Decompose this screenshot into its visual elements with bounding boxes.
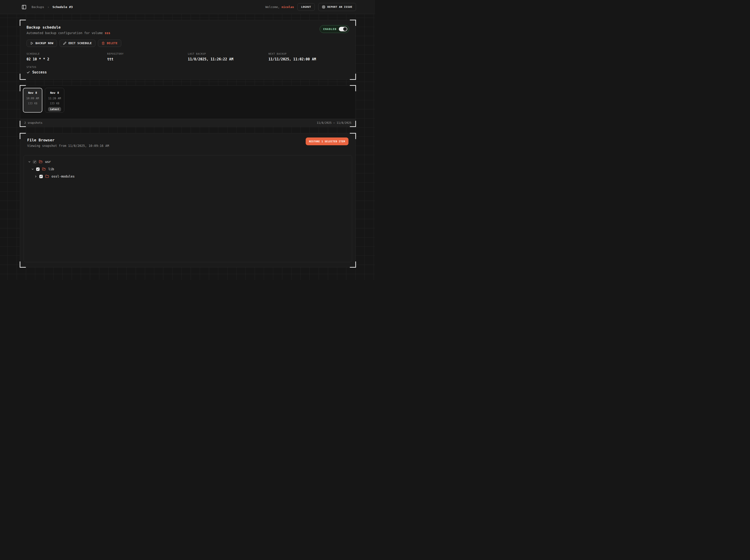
- snapshots-section: Nov 810:09 AM133 KBNov 811:26 AM133 KBLa…: [20, 85, 356, 127]
- edit-schedule-button[interactable]: EDIT SCHEDULE: [59, 40, 95, 47]
- chevron-right-icon[interactable]: [34, 175, 37, 178]
- field-label: NEXT BACKUP: [269, 53, 349, 55]
- folder-open-icon: [42, 167, 46, 171]
- file-browser-card: File Browser Viewing snapshot from 11/8/…: [20, 133, 356, 267]
- tree-item-ossl-modules[interactable]: ossl-modules: [24, 173, 352, 180]
- delete-button[interactable]: DELETE: [98, 40, 121, 47]
- app-header: Backups › Schedule #3 Welcome, nicolas L…: [0, 0, 375, 14]
- snapshot-date-range: 11/8/2025 – 11/8/2025: [317, 121, 351, 124]
- snapshot-size: 133 KB: [50, 102, 59, 105]
- tree-item-label: usr: [45, 160, 51, 164]
- logout-button-label: LOGOUT: [301, 5, 311, 8]
- file-browser-title: File Browser: [27, 138, 109, 142]
- corner-bracket: [20, 74, 26, 80]
- snapshot-date: Nov 8: [50, 91, 59, 95]
- corner-bracket: [350, 20, 356, 26]
- chevron-down-icon[interactable]: [31, 168, 34, 171]
- field-label: REPOSITORY: [107, 53, 188, 55]
- delete-label: DELETE: [107, 42, 118, 45]
- breadcrumb: Backups › Schedule #3: [32, 5, 73, 9]
- restore-selected-button[interactable]: RESTORE 1 SELECTED ITEM: [306, 138, 349, 145]
- pencil-icon: [63, 42, 66, 45]
- enabled-label: ENABLED: [323, 28, 337, 31]
- field-next-backup: NEXT BACKUP 11/11/2025, 11:02:00 AM: [269, 53, 349, 61]
- snapshot-card[interactable]: Nov 810:09 AM133 KB: [23, 88, 42, 113]
- snapshot-time: 10:09 AM: [26, 97, 39, 100]
- snapshot-date: Nov 8: [28, 91, 37, 95]
- toggle-switch[interactable]: [339, 27, 347, 31]
- schedule-fields: SCHEDULE 02 10 * * 2 REPOSITORY ttt LAST…: [26, 53, 349, 61]
- breadcrumb-separator: ›: [47, 5, 49, 9]
- trash-icon: [102, 42, 105, 45]
- field-label: SCHEDULE: [26, 53, 107, 55]
- toggle-knob: [343, 27, 347, 31]
- corner-bracket: [350, 261, 356, 268]
- tree-checkbox[interactable]: [39, 175, 43, 178]
- tree-item-lib[interactable]: lib: [24, 165, 352, 173]
- folder-open-icon: [39, 160, 43, 164]
- sidebar-toggle-button[interactable]: [21, 4, 26, 9]
- breadcrumb-current: Schedule #3: [53, 5, 73, 9]
- snapshot-count: 2 snapshots: [24, 121, 42, 124]
- field-value: ttt: [107, 57, 188, 61]
- folder-icon: [45, 175, 49, 178]
- panel-left-icon: [21, 4, 26, 9]
- chevron-down-icon[interactable]: [28, 160, 31, 163]
- corner-bracket: [350, 74, 356, 80]
- tree-item-label: lib: [48, 167, 54, 171]
- file-browser-subtitle: Viewing snapshot from 11/8/2025, 10:09:1…: [27, 144, 109, 147]
- field-repository: REPOSITORY ttt: [107, 53, 188, 61]
- card-subtitle-text: Automated backup configuration for volum…: [26, 31, 104, 35]
- field-label: LAST BACKUP: [188, 53, 269, 55]
- field-status: STATUS Success: [26, 66, 349, 74]
- username: nicolas: [281, 5, 294, 9]
- status-label: STATUS: [26, 66, 349, 68]
- logout-button[interactable]: LOGOUT: [297, 3, 315, 11]
- breadcrumb-parent[interactable]: Backups: [32, 5, 44, 9]
- field-last-backup: LAST BACKUP 11/8/2025, 11:26:22 AM: [188, 53, 269, 61]
- field-value: 11/11/2025, 11:02:00 AM: [269, 57, 349, 61]
- edit-schedule-label: EDIT SCHEDULE: [68, 42, 92, 45]
- card-subtitle: Automated backup configuration for volum…: [26, 31, 110, 35]
- lifebuoy-icon: [322, 5, 325, 9]
- report-issue-button-label: REPORT AN ISSUE: [328, 5, 352, 8]
- card-title: Backup schedule: [26, 25, 110, 29]
- field-value: 02 10 * * 2: [26, 57, 107, 61]
- field-schedule: SCHEDULE 02 10 * * 2: [26, 53, 107, 61]
- backup-now-label: BACKUP NOW: [36, 42, 53, 45]
- tree-checkbox[interactable]: [33, 160, 36, 164]
- file-tree: usrlibossl-modules: [24, 155, 352, 262]
- latest-badge: Latest: [48, 107, 61, 112]
- enabled-toggle[interactable]: ENABLED: [320, 25, 349, 33]
- tree-checkbox[interactable]: [36, 167, 40, 171]
- volume-name: sss: [104, 31, 110, 35]
- corner-bracket: [20, 261, 26, 268]
- backup-now-button[interactable]: BACKUP NOW: [26, 40, 57, 47]
- welcome-text: Welcome, nicolas: [265, 5, 294, 9]
- snapshot-list: Nov 810:09 AM133 KBNov 811:26 AM133 KBLa…: [20, 85, 356, 119]
- backup-schedule-card: Backup schedule Automated backup configu…: [20, 20, 356, 80]
- welcome-prefix: Welcome,: [265, 5, 281, 9]
- snapshot-size: 133 KB: [28, 102, 38, 105]
- tree-item-label: ossl-modules: [52, 175, 75, 178]
- snapshot-time: 11:26 AM: [48, 97, 61, 100]
- corner-bracket: [20, 20, 26, 26]
- status-value: Success: [32, 70, 47, 74]
- report-issue-button[interactable]: REPORT AN ISSUE: [318, 3, 356, 11]
- check-icon: [26, 71, 30, 74]
- field-value: 11/8/2025, 11:26:22 AM: [188, 57, 269, 61]
- tree-item-usr[interactable]: usr: [24, 158, 352, 165]
- snapshots-footer: 2 snapshots 11/8/2025 – 11/8/2025: [20, 119, 356, 126]
- play-icon: [30, 42, 34, 45]
- snapshot-card[interactable]: Nov 811:26 AM133 KBLatest: [45, 88, 64, 113]
